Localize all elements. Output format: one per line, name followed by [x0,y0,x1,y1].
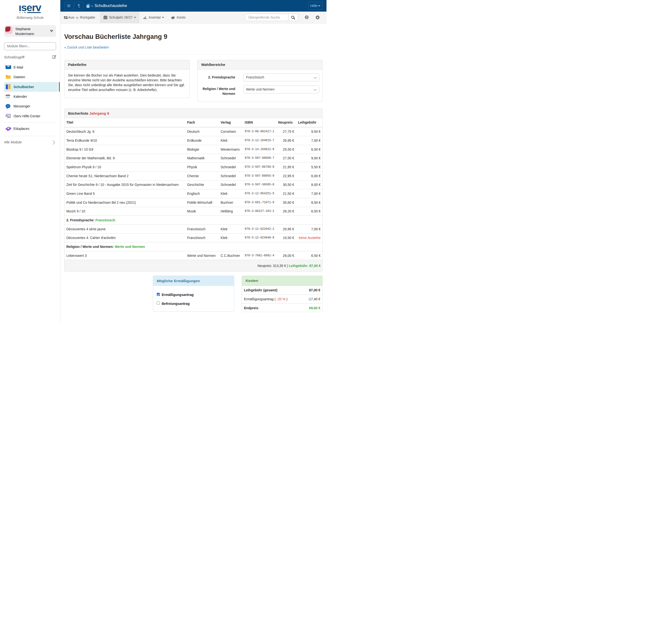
svg-text:?: ? [9,116,10,118]
